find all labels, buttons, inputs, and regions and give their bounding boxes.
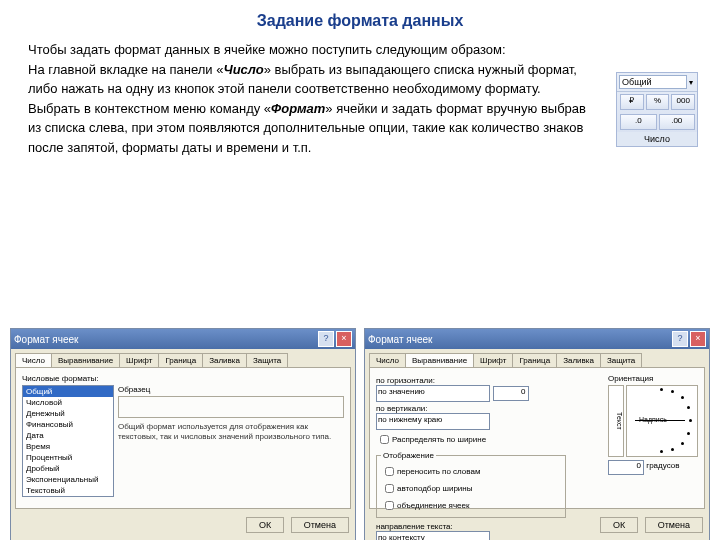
- format-description: Общий формат используется для отображени…: [118, 422, 344, 441]
- dialog-title: Формат ячеек: [368, 334, 670, 345]
- decrease-decimal-button[interactable]: .00: [659, 114, 696, 130]
- format-list-label: Числовые форматы:: [22, 374, 344, 383]
- display-legend: Отображение: [381, 451, 436, 460]
- wrap-checkbox[interactable]: [385, 467, 394, 476]
- sample-box: [118, 396, 344, 418]
- ok-button[interactable]: ОК: [600, 517, 638, 533]
- tabs: Число Выравнивание Шрифт Граница Заливка…: [11, 349, 355, 367]
- tab-border[interactable]: Граница: [512, 353, 557, 367]
- help-icon[interactable]: ?: [672, 331, 688, 347]
- list-item[interactable]: Время: [23, 441, 113, 452]
- degrees-label: градусов: [646, 461, 679, 470]
- list-item[interactable]: Дробный: [23, 463, 113, 474]
- sample-label: Образец: [118, 385, 344, 394]
- increase-decimal-button[interactable]: .0: [620, 114, 657, 130]
- format-cells-dialog-alignment: Формат ячеек ? × Число Выравнивание Шриф…: [364, 328, 710, 540]
- list-item[interactable]: Процентный: [23, 452, 113, 463]
- tab-protection[interactable]: Защита: [600, 353, 642, 367]
- cancel-button[interactable]: Отмена: [645, 517, 703, 533]
- list-item[interactable]: Дата: [23, 430, 113, 441]
- ribbon-group-label: Число: [617, 132, 697, 146]
- tab-number[interactable]: Число: [15, 353, 52, 367]
- dialog-title: Формат ячеек: [14, 334, 316, 345]
- tab-font[interactable]: Шрифт: [473, 353, 513, 367]
- help-icon[interactable]: ?: [318, 331, 334, 347]
- currency-button[interactable]: ₽: [620, 94, 644, 110]
- vert-select[interactable]: по нижнему краю: [376, 413, 490, 430]
- tab-fill[interactable]: Заливка: [556, 353, 601, 367]
- dropdown-icon[interactable]: ▾: [687, 78, 695, 87]
- tab-protection[interactable]: Защита: [246, 353, 288, 367]
- para1: Чтобы задать формат данных в ячейке можн…: [28, 42, 506, 57]
- degrees-spinner[interactable]: 0: [608, 460, 644, 475]
- dial-text: Надпись: [639, 416, 667, 423]
- para2a: На главной вкладке на панели «: [28, 62, 223, 77]
- format-list[interactable]: Общий Числовой Денежный Финансовый Дата …: [22, 385, 114, 497]
- vertical-text-button[interactable]: Текст: [608, 385, 624, 457]
- tab-border[interactable]: Граница: [158, 353, 203, 367]
- tab-font[interactable]: Шрифт: [119, 353, 159, 367]
- ok-button[interactable]: ОК: [246, 517, 284, 533]
- cancel-button[interactable]: Отмена: [291, 517, 349, 533]
- format-cells-dialog-number: Формат ячеек ? × Число Выравнивание Шриф…: [10, 328, 356, 540]
- indent-spinner[interactable]: 0: [493, 386, 529, 401]
- tab-fill[interactable]: Заливка: [202, 353, 247, 367]
- tabs: Число Выравнивание Шрифт Граница Заливка…: [365, 349, 709, 367]
- tab-alignment[interactable]: Выравнивание: [405, 353, 474, 367]
- list-item[interactable]: Финансовый: [23, 419, 113, 430]
- horiz-select[interactable]: по значению: [376, 385, 490, 402]
- dir-select[interactable]: по контексту: [376, 531, 490, 540]
- vert-label: по вертикали:: [376, 404, 566, 413]
- list-item[interactable]: Экспоненциальный: [23, 474, 113, 485]
- list-item[interactable]: Дополнительный: [23, 496, 113, 497]
- list-item[interactable]: Общий: [23, 386, 113, 397]
- merge-checkbox[interactable]: [385, 501, 394, 510]
- distribute-label: Распределять по ширине: [392, 435, 486, 444]
- dir-label: направление текста:: [376, 522, 566, 531]
- list-item[interactable]: Числовой: [23, 397, 113, 408]
- comma-button[interactable]: 000: [671, 94, 695, 110]
- shrink-checkbox[interactable]: [385, 484, 394, 493]
- distribute-checkbox[interactable]: [380, 435, 389, 444]
- tab-number[interactable]: Число: [369, 353, 406, 367]
- para2-emph: Число: [223, 62, 263, 77]
- display-group: Отображение переносить по словам автопод…: [376, 451, 566, 518]
- number-format-select[interactable]: Общий: [619, 75, 687, 89]
- horiz-label: по горизонтали:: [376, 376, 566, 385]
- number-ribbon-panel: Общий ▾ ₽ % 000 .0 .00 Число: [616, 72, 698, 147]
- para3a: Выбрать в контекстном меню команду «: [28, 101, 271, 116]
- percent-button[interactable]: %: [646, 94, 670, 110]
- list-item[interactable]: Денежный: [23, 408, 113, 419]
- para3-emph: Формат: [271, 101, 325, 116]
- orientation-dial[interactable]: Надпись: [626, 385, 698, 457]
- body-text: Чтобы задать формат данных в ячейке можн…: [0, 40, 616, 157]
- close-icon[interactable]: ×: [690, 331, 706, 347]
- tab-alignment[interactable]: Выравнивание: [51, 353, 120, 367]
- close-icon[interactable]: ×: [336, 331, 352, 347]
- list-item[interactable]: Текстовый: [23, 485, 113, 496]
- page-title: Задание формата данных: [0, 0, 720, 40]
- orient-label: Ориентация: [608, 374, 698, 383]
